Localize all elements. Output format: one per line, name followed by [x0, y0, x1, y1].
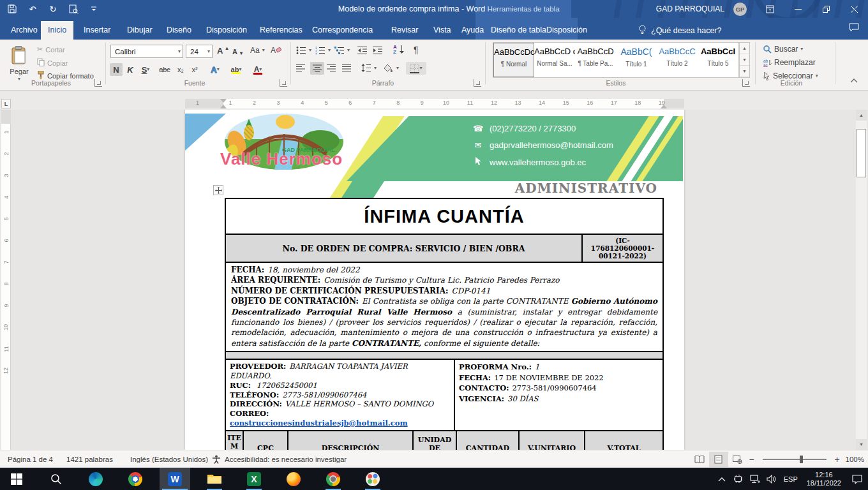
- sort-button[interactable]: AZ: [393, 45, 404, 55]
- zoom-in-icon[interactable]: +: [833, 454, 842, 464]
- order-details-cell[interactable]: FECHA:18, noviembre del 2022 ÁREA REQUIR…: [226, 262, 662, 351]
- zoom-slider-thumb[interactable]: [800, 456, 803, 463]
- font-color-button[interactable]: A▾: [249, 63, 267, 76]
- underline-button[interactable]: S ▾: [137, 63, 154, 76]
- multilevel-list-button[interactable]: ▾: [334, 46, 350, 55]
- font-size-combo[interactable]: 24▾: [186, 45, 213, 58]
- document-page[interactable]: ☎ (02)2773220 / 2773300 ✉ gadprvalleherm…: [185, 110, 684, 450]
- align-left-button[interactable]: [296, 64, 306, 72]
- numbering-button[interactable]: 123 ▾: [315, 46, 331, 55]
- shrink-font-button[interactable]: A▾: [232, 47, 243, 56]
- account-name[interactable]: GAD PARROQUIAL: [656, 0, 724, 18]
- read-mode-icon[interactable]: [690, 452, 709, 467]
- find-button[interactable]: Buscar ▾: [763, 45, 803, 54]
- feedback-icon[interactable]: [849, 23, 859, 34]
- page-indicator[interactable]: Página 1 de 4: [4, 450, 57, 468]
- align-center-button[interactable]: [310, 62, 324, 75]
- zoom-level[interactable]: 100%: [842, 450, 868, 468]
- action-center-icon[interactable]: [846, 475, 868, 484]
- first-line-indent-marker[interactable]: [220, 99, 227, 103]
- ribbon-display-options-icon[interactable]: [756, 0, 784, 18]
- grow-font-button[interactable]: A▴: [217, 46, 228, 56]
- taskbar-firefox[interactable]: [278, 468, 309, 490]
- font-dialog-launcher-icon[interactable]: [280, 79, 287, 87]
- style-table-pa[interactable]: AaBbCcD ¶ Table Pa...: [575, 43, 616, 77]
- right-indent-marker[interactable]: [661, 105, 667, 108]
- align-right-button[interactable]: [327, 64, 336, 72]
- accessibility-status[interactable]: Accesibilidad: es necesario investigar: [208, 450, 350, 468]
- taskbar-chrome-profile[interactable]: [318, 468, 348, 490]
- strikethrough-button[interactable]: abc: [156, 63, 173, 76]
- vertical-scrollbar[interactable]: ▲ ▼: [856, 110, 867, 450]
- tab-correspondencia[interactable]: Correspondencia: [305, 21, 380, 40]
- start-button[interactable]: [1, 468, 32, 490]
- style-titulo-2[interactable]: AaBbCcC Título 2: [657, 43, 698, 77]
- paragraph-dialog-launcher-icon[interactable]: [474, 79, 481, 87]
- zoom-out-icon[interactable]: −: [747, 454, 756, 464]
- hanging-indent-marker[interactable]: [220, 105, 227, 108]
- taskbar-edge[interactable]: [80, 468, 111, 490]
- undo-icon[interactable]: ↶: [27, 3, 38, 15]
- redo-icon[interactable]: ↻: [47, 3, 59, 15]
- clock[interactable]: 12:16 18/11/2022: [802, 471, 846, 487]
- font-name-combo[interactable]: Calibri▾: [110, 45, 183, 58]
- restore-button[interactable]: [812, 0, 840, 18]
- vertical-ruler[interactable]: 123456789101112: [1, 110, 11, 450]
- tab-stop-selector[interactable]: L: [1, 99, 11, 108]
- avatar[interactable]: GP: [733, 3, 747, 16]
- horizontal-ruler[interactable]: 1 12345678910111213141516171819: [185, 99, 684, 108]
- styles-scroll-up-icon[interactable]: ▲: [740, 43, 749, 54]
- clear-formatting-button[interactable]: A: [271, 45, 281, 55]
- volume-icon[interactable]: [763, 475, 780, 484]
- network-icon[interactable]: [747, 475, 763, 484]
- shading-button[interactable]: ▾: [383, 64, 399, 73]
- close-button[interactable]: [840, 0, 868, 18]
- minimize-button[interactable]: [784, 0, 812, 18]
- text-effects-button[interactable]: A ▾: [207, 63, 223, 76]
- styles-scroll-down-icon[interactable]: ▼: [740, 54, 749, 66]
- styles-dialog-launcher-icon[interactable]: [742, 79, 750, 87]
- sync-icon[interactable]: [730, 475, 747, 484]
- tray-expand-icon[interactable]: [714, 477, 730, 482]
- language-indicator[interactable]: Inglés (Estados Unidos): [126, 450, 212, 468]
- bullets-button[interactable]: ▾: [296, 46, 311, 55]
- tab-revisar[interactable]: Revisar: [384, 21, 425, 40]
- decrease-indent-button[interactable]: [357, 46, 368, 55]
- save-icon[interactable]: [6, 3, 18, 15]
- superscript-button[interactable]: x²: [188, 63, 201, 76]
- style-normal-sa[interactable]: AaBbCcD dE Normal Sa...: [534, 43, 575, 77]
- provider-cell[interactable]: PROVEEDOR:BARRAGAN TOAPANTA JAVIER EDUAR…: [226, 360, 455, 430]
- tab-disposicion[interactable]: Disposición: [199, 21, 254, 40]
- scroll-up-icon[interactable]: ▲: [856, 110, 867, 121]
- taskbar-chrome[interactable]: [120, 468, 151, 490]
- styles-more-icon[interactable]: ▼: [740, 66, 749, 77]
- tell-me-box[interactable]: ¿Qué desea hacer?: [638, 21, 722, 40]
- pilcrow-button[interactable]: ¶: [414, 45, 419, 55]
- tab-dibujar[interactable]: Dibujar: [120, 21, 160, 40]
- table-move-handle[interactable]: [213, 185, 223, 195]
- customize-qat-icon[interactable]: [88, 3, 100, 15]
- taskbar-search-button[interactable]: [41, 468, 71, 490]
- language-indicator[interactable]: ESP: [780, 475, 802, 483]
- change-case-button[interactable]: Aa▾: [250, 46, 265, 55]
- tab-inicio[interactable]: Inicio: [41, 21, 73, 40]
- cut-button[interactable]: ✂ Cortar: [37, 45, 65, 54]
- tab-archivo[interactable]: Archivo: [4, 21, 45, 40]
- taskbar-word[interactable]: W: [160, 468, 190, 490]
- justify-button[interactable]: [342, 64, 352, 72]
- paste-button[interactable]: Pegar ▾: [5, 43, 33, 84]
- tab-referencias[interactable]: Referencias: [253, 21, 310, 40]
- tab-diseno[interactable]: Diseño: [160, 21, 198, 40]
- copy-button[interactable]: Copiar: [37, 58, 68, 68]
- style-titulo-5[interactable]: AaBbCcI Título 5: [698, 43, 738, 77]
- tab-insertar[interactable]: Insertar: [77, 21, 117, 40]
- word-count[interactable]: 1421 palabras: [63, 450, 117, 468]
- zoom-slider[interactable]: [763, 459, 827, 460]
- line-spacing-button[interactable]: ▾: [361, 64, 377, 72]
- bold-button[interactable]: N: [110, 63, 123, 76]
- tab-vista[interactable]: Vista: [426, 21, 458, 40]
- taskbar-explorer[interactable]: [199, 468, 230, 490]
- scroll-down-icon[interactable]: ▼: [856, 439, 867, 450]
- provider-email-link[interactable]: construccionesindustrialesjb@hotmail.com: [230, 419, 408, 427]
- italic-button[interactable]: K: [124, 63, 136, 76]
